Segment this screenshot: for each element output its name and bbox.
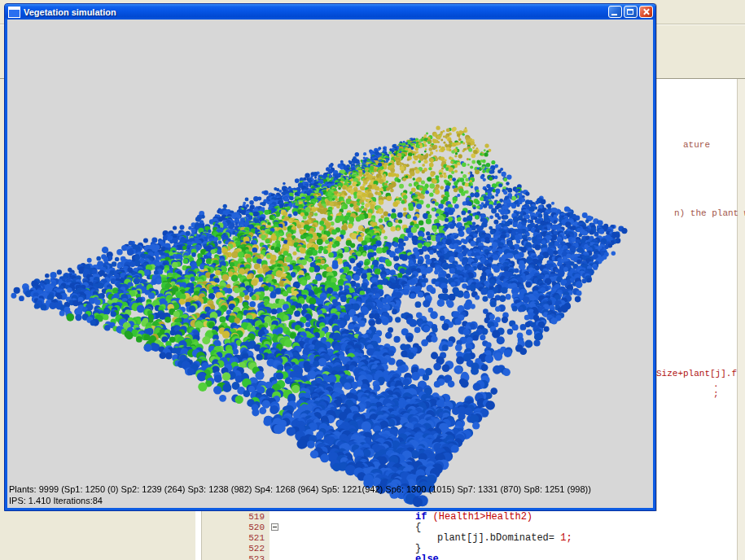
code-fold-toggle[interactable]: [271, 523, 278, 531]
code-fragment: n) the plant wi: [674, 208, 745, 218]
code-fragment: ;: [713, 389, 719, 399]
minimize-button[interactable]: [608, 6, 622, 18]
code-token: plant[j].bDominated=: [437, 532, 560, 544]
code-line[interactable]: plant[j].bDominated= 1;: [415, 533, 572, 544]
line-number: 523: [201, 554, 266, 560]
close-button[interactable]: [639, 6, 653, 18]
code-lines: if (Health1>Health2){plant[j].bDominated…: [415, 512, 572, 560]
app-icon: [8, 7, 20, 18]
simulation-canvas[interactable]: [7, 20, 653, 508]
window-title-bar[interactable]: Vegetation simulation: [5, 4, 655, 20]
gutter-numbers: 519520521522523: [201, 512, 266, 560]
ips-status-text: IPS: 1.410 Iterations:84: [9, 496, 103, 505]
line-number: 521: [201, 533, 266, 544]
code-line[interactable]: else: [415, 554, 572, 560]
code-token: (Health1>Health2): [433, 511, 532, 523]
code-line[interactable]: }: [415, 544, 572, 554]
line-number: 520: [201, 523, 266, 533]
code-line[interactable]: if (Health1>Health2): [415, 512, 572, 523]
line-number: 522: [201, 544, 266, 554]
window-controls: [608, 6, 653, 18]
code-token: if: [415, 511, 433, 523]
maximize-button[interactable]: [624, 6, 638, 18]
code-fragment: Size+plant[j].f: [656, 369, 737, 378]
simulation-window: Vegetation simulation Plants: 9999 (Sp1:…: [4, 3, 656, 511]
code-token: {: [415, 522, 421, 533]
line-number: 519: [201, 512, 266, 523]
code-token: else: [415, 553, 439, 560]
plants-status-text: Plants: 9999 (Sp1: 1250 (0) Sp2: 1239 (2…: [9, 484, 591, 494]
window-title: Vegetation simulation: [24, 7, 116, 17]
code-fragment: ature: [683, 140, 710, 150]
fold-margin: [270, 512, 282, 560]
simulation-viewport: Plants: 9999 (Sp1: 1250 (0) Sp2: 1239 (2…: [7, 20, 653, 508]
code-token: 1;: [560, 532, 572, 544]
code-fragment: .: [713, 379, 719, 389]
code-token: }: [415, 543, 421, 554]
